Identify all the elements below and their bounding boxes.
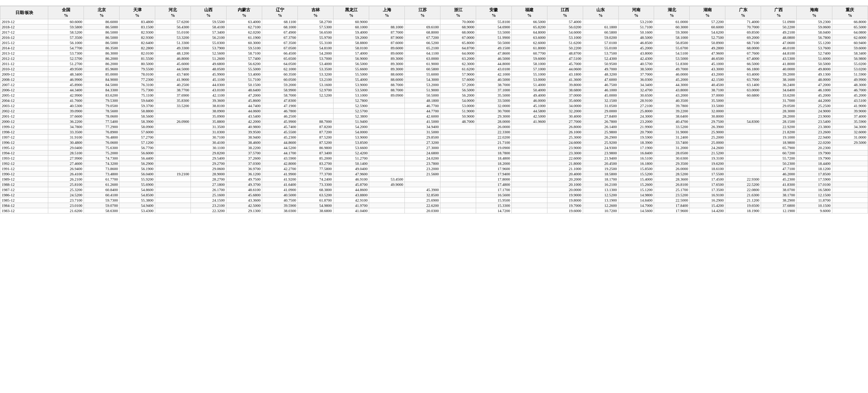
value-cell: 43.2000 (654, 93, 690, 98)
value-cell: 48.0000 (796, 77, 832, 82)
value-cell: 77.5400 (84, 119, 120, 124)
value-cell: 38.9400 (226, 135, 262, 140)
value-cell (155, 135, 191, 140)
value-cell: 68.1100 (262, 19, 298, 24)
value-cell (155, 182, 191, 187)
value-cell: 63.7000 (725, 77, 761, 82)
value-cell: 53.8500 (333, 140, 369, 145)
value-cell: 87.9000 (369, 35, 405, 40)
value-cell (155, 198, 191, 203)
value-cell: 55.1000 (511, 72, 547, 77)
value-cell: 49.2800 (690, 45, 725, 51)
value-cell: 53.0000 (440, 103, 476, 108)
value-cell: 42.6000 (405, 114, 440, 119)
value-cell: 43.0100 (476, 66, 512, 72)
value-cell: 22.6200 (405, 203, 440, 208)
value-cell: 23.2600 (796, 129, 832, 135)
value-cell: 59.0600 (796, 24, 832, 30)
value-cell: 56.4400 (120, 156, 155, 161)
value-cell: 56.2000 (440, 93, 476, 98)
value-cell: 57.6200 (155, 19, 191, 24)
value-cell: 45.8700 (333, 182, 369, 187)
value-cell: 32.1500 (583, 98, 618, 103)
value-cell (369, 208, 405, 213)
value-cell: 89.3000 (369, 61, 405, 66)
value-cell: 24.5200 (48, 192, 84, 198)
value-cell: 38.1600 (761, 77, 797, 82)
value-cell (369, 124, 405, 129)
value-cell: 24.3000 (618, 114, 654, 119)
value-cell (725, 135, 761, 140)
value-cell: 38.2200 (226, 145, 262, 150)
value-cell: 48.6400 (226, 87, 262, 93)
value-cell (725, 108, 761, 114)
value-cell: 57.7400 (226, 56, 262, 61)
column-header-14: 福建% (511, 6, 547, 19)
value-cell: 34.0000 (547, 103, 583, 108)
header-info (0, 0, 868, 6)
value-cell: 37.1000 (476, 87, 512, 93)
value-cell: 25.9000 (690, 129, 725, 135)
value-cell: 67.4900 (262, 30, 298, 35)
value-cell: 58.3400 (832, 51, 868, 56)
value-cell: 59.0200 (583, 35, 618, 40)
value-cell: 57.3400 (191, 30, 226, 35)
value-cell: 21.7100 (476, 140, 512, 145)
value-cell: 53.7000 (298, 56, 333, 61)
value-cell: 25.9800 (583, 129, 618, 135)
value-cell: 60.3000 (654, 24, 690, 30)
value-cell: 54.8100 (298, 45, 333, 51)
value-cell: 29.0500 (761, 103, 797, 108)
value-cell: 14.5600 (618, 208, 654, 213)
value-cell: 43.5300 (761, 56, 797, 61)
value-cell (440, 166, 476, 171)
value-cell: 9.6000 (796, 208, 832, 213)
value-cell: 64.8000 (511, 30, 547, 35)
value-cell: 67.0500 (262, 45, 298, 51)
value-cell: 39.2000 (761, 72, 797, 77)
date-cell: 1989-12 (0, 177, 48, 182)
value-cell: 53.4500 (369, 177, 405, 182)
value-cell: 54.8300 (725, 119, 761, 124)
value-cell: 30.4100 (191, 140, 226, 145)
value-cell: 21.5200 (690, 150, 725, 156)
value-cell: 19.7900 (796, 150, 832, 156)
value-cell: 57.2700 (120, 135, 155, 140)
value-cell: 53.2100 (618, 19, 654, 24)
table-row: 2003-1240.530079.050059.370033.520038.81… (0, 103, 868, 108)
value-cell: 58.5600 (120, 114, 155, 119)
value-cell: 29.2700 (191, 161, 226, 166)
value-cell: 76.3100 (120, 82, 155, 87)
value-cell: 24.0200 (405, 156, 440, 161)
value-cell: 83.6200 (84, 93, 120, 98)
value-cell (725, 98, 761, 103)
value-cell: 25.3200 (48, 187, 84, 192)
value-cell: 79.0500 (84, 103, 120, 108)
value-cell: 21.8200 (761, 129, 797, 135)
value-cell: 44.8600 (262, 140, 298, 145)
value-cell: 49.7500 (226, 177, 262, 182)
column-header-8: 吉林% (298, 6, 333, 19)
value-cell: 17.8400 (654, 203, 690, 208)
value-cell: 37.2600 (226, 156, 262, 161)
value-cell: 45.3900 (405, 187, 440, 192)
value-cell (725, 140, 761, 145)
value-cell: 37.6800 (761, 203, 797, 208)
value-cell (405, 177, 440, 182)
value-cell: 45.8900 (48, 82, 84, 87)
value-cell: 25.9200 (583, 140, 618, 145)
value-cell: 28.9100 (618, 98, 654, 103)
value-cell: 53.5000 (333, 87, 369, 93)
value-cell: 82.9300 (120, 35, 155, 40)
date-cell: 2015-12 (0, 40, 48, 45)
value-cell: 46.7800 (262, 108, 298, 114)
value-cell: 31.9100 (48, 135, 84, 140)
value-cell: 78.5600 (84, 108, 120, 114)
table-row: 2001-1237.660078.060058.560035.090043.54… (0, 114, 868, 119)
value-cell (725, 156, 761, 161)
value-cell: 34.7800 (48, 124, 84, 129)
value-cell: 41.9200 (262, 177, 298, 182)
table-row: 1988-1225.810061.260055.690027.180049.37… (0, 182, 868, 187)
value-cell: 59.2300 (796, 19, 832, 24)
value-cell: 17.8000 (476, 177, 512, 182)
